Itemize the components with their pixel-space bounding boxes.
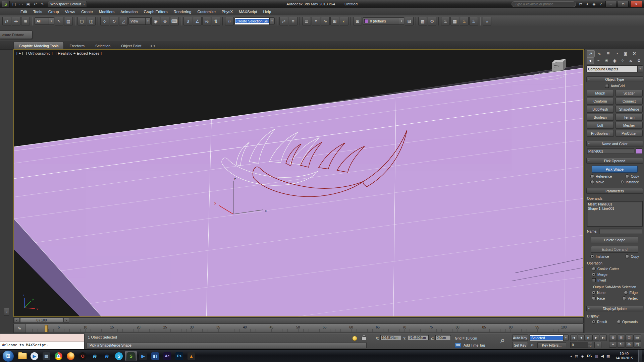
new-layer-icon[interactable]: ⊞ (353, 17, 362, 25)
fov-icon[interactable]: ◎ (625, 341, 633, 348)
menu-rendering[interactable]: Rendering (170, 8, 194, 15)
time-slider-handle[interactable]: 0 / 100 (20, 318, 63, 323)
measure-distance-floater[interactable]: asure Distanc (0, 31, 32, 39)
previous-frame-button[interactable]: ◀ (578, 335, 585, 341)
tray-app-1-icon[interactable]: ▤ (575, 354, 578, 358)
lights-category[interactable]: ☀ (603, 57, 610, 64)
viewport-menu-shading[interactable]: [ Realistic + Edged Faces ] (56, 51, 102, 55)
ribbon-tab-object-paint[interactable]: Object Paint (116, 42, 146, 49)
taskbar-internet-explorer-2[interactable]: e (101, 351, 112, 361)
menu-physx[interactable]: PhysX (219, 8, 236, 15)
geometry-category[interactable]: ● (587, 57, 594, 64)
zoom-icon[interactable]: ⊕ (609, 335, 617, 341)
render-iterative-icon[interactable]: ♨ (469, 17, 478, 25)
orbit-icon[interactable]: ↻ (617, 341, 625, 348)
move-radio[interactable]: Move (590, 180, 604, 184)
taskbar-skype[interactable]: S (113, 351, 124, 361)
ribbon-config-menu[interactable]: ● ▾ (147, 42, 158, 49)
menu-modifiers[interactable]: Modifiers (96, 8, 118, 15)
invert-checkbox[interactable] (592, 278, 596, 282)
copy-radio[interactable]: Copy (625, 174, 639, 178)
unlink-selection-icon[interactable]: ⇹ (12, 17, 20, 25)
spinner-snap-icon[interactable]: ⇅ (212, 17, 220, 25)
zoom-region-icon[interactable]: ▭ (633, 335, 641, 341)
taskbar-media-app[interactable]: ▶ (138, 351, 149, 361)
motion-tab[interactable]: ◔ (613, 50, 621, 57)
chevron-down-icon[interactable]: ▾ (49, 18, 54, 24)
operand-item[interactable]: Mesh: Plane001 (588, 202, 641, 206)
maximize-button[interactable]: □ (618, 1, 629, 7)
new-scene-icon[interactable]: ▢ (11, 1, 17, 7)
ribbon-tab-selection[interactable]: Selection (90, 42, 115, 49)
tray-app-2-icon[interactable]: ◈ (581, 354, 584, 358)
space-warps-category[interactable]: ≋ (627, 57, 635, 64)
taskbar-photoshop[interactable]: Ps (174, 351, 185, 361)
show-hidden-icons[interactable]: ▴ (570, 354, 572, 358)
ribbon-tab-freeform[interactable]: Freeform (64, 42, 90, 49)
window-crossing-icon[interactable]: ◫ (87, 17, 96, 25)
reference-coordinate-dropdown[interactable]: View▾ (128, 17, 151, 25)
button-terrain[interactable]: Terrain (615, 114, 643, 121)
auto-key-button[interactable]: Auto Key (512, 335, 528, 341)
minimize-button[interactable]: ─ (605, 1, 616, 7)
taskbar-windows-explorer[interactable] (17, 351, 28, 361)
button-proboolean[interactable]: ProBoolean (587, 130, 614, 137)
button-mesher[interactable]: Mesher (615, 122, 643, 129)
menu-group[interactable]: Group (45, 8, 62, 15)
action-center-icon[interactable]: ▦ (606, 354, 610, 358)
maxscript-mini-listener[interactable]: Welcome to MAXScript. (0, 334, 85, 350)
taskbar-media-player[interactable]: ▶ (29, 351, 40, 361)
button-blobmesh[interactable]: BlobMesh (587, 106, 614, 113)
select-object-icon[interactable]: ↖ (55, 17, 63, 25)
next-frame-button[interactable]: |▶ (592, 335, 599, 341)
mini-curve-editor-button[interactable]: ∿ (14, 324, 25, 333)
taskbar-internet-explorer[interactable]: e (89, 351, 100, 361)
cameras-category[interactable]: ◉ (611, 57, 618, 64)
taskbar-opera[interactable]: O (77, 351, 88, 361)
go-to-end-button[interactable]: ▶| (600, 335, 607, 341)
current-frame-field[interactable] (571, 342, 588, 348)
bind-to-space-warp-icon[interactable]: ≋ (21, 17, 30, 25)
object-name-field[interactable] (587, 148, 634, 154)
maximize-viewport-icon[interactable]: ◰ (633, 341, 641, 348)
community-icon[interactable]: ◈ (591, 1, 597, 7)
select-and-move-icon[interactable]: ⊹ (100, 17, 109, 25)
select-and-manipulate-icon[interactable]: ⊕ (161, 17, 169, 25)
search-input[interactable] (512, 1, 576, 7)
frame-spinner-buttons[interactable]: ▴▾ (588, 342, 592, 348)
keyboard-override-icon[interactable]: ⌨ (170, 17, 179, 25)
utilities-tab[interactable]: ⚒ (630, 50, 638, 57)
ui-flyout-handle[interactable]: ◂ (4, 308, 9, 316)
keyboard-shortcut-toggle-icon[interactable]: ⌨ (455, 343, 461, 348)
listener-macro-row[interactable] (0, 334, 84, 342)
y-coord-field[interactable] (408, 335, 429, 340)
rollout-object-type[interactable]: - Object Type (586, 76, 643, 82)
viewport-canvas[interactable]: z y x x y z (14, 50, 583, 316)
helpers-category[interactable]: ⊹ (619, 57, 627, 64)
mirror-icon[interactable]: ⇌ (279, 17, 288, 25)
percent-snap-icon[interactable]: % (202, 17, 211, 25)
menu-edit[interactable]: Edit (17, 8, 30, 15)
align-icon[interactable]: ≡ (289, 17, 298, 25)
pick-shape-button[interactable]: Pick Shape (592, 166, 638, 173)
exchange-apps-icon[interactable]: ⇄ (578, 1, 584, 7)
workspace-dropdown[interactable]: Workspace: Default ▾ (48, 1, 87, 7)
hierarchy-tab[interactable]: ≣ (604, 50, 612, 57)
time-slider[interactable]: < 0 / 100 > (13, 317, 584, 323)
toggle-ribbon-icon[interactable]: ▼ (312, 17, 320, 25)
next-frame-arrow[interactable]: > (63, 318, 69, 323)
viewport-menu-pov[interactable]: [ Orthographic ] (26, 51, 53, 55)
close-button[interactable]: × (630, 1, 642, 7)
material-editor-icon[interactable]: ◐ (340, 17, 348, 25)
open-file-icon[interactable]: ▭ (18, 1, 24, 7)
taskbar-vlc[interactable]: ▲ (186, 351, 197, 361)
selected-set-dropdown[interactable]: Selected ▾ (529, 335, 569, 341)
zoom-all-icon[interactable]: ⊞ (617, 335, 625, 341)
operand-item[interactable]: Shape 1: Line001 (588, 206, 641, 211)
favorites-icon[interactable]: ★ (584, 1, 590, 7)
display-tab[interactable]: ▣ (622, 50, 630, 57)
modify-tab[interactable]: ∿ (595, 50, 603, 57)
set-key-filter-icon[interactable]: ⚲ (530, 343, 535, 348)
extract-operand-button[interactable]: Extract Operand (591, 246, 638, 253)
rollout-display-update[interactable]: - Display/Update (586, 306, 643, 311)
